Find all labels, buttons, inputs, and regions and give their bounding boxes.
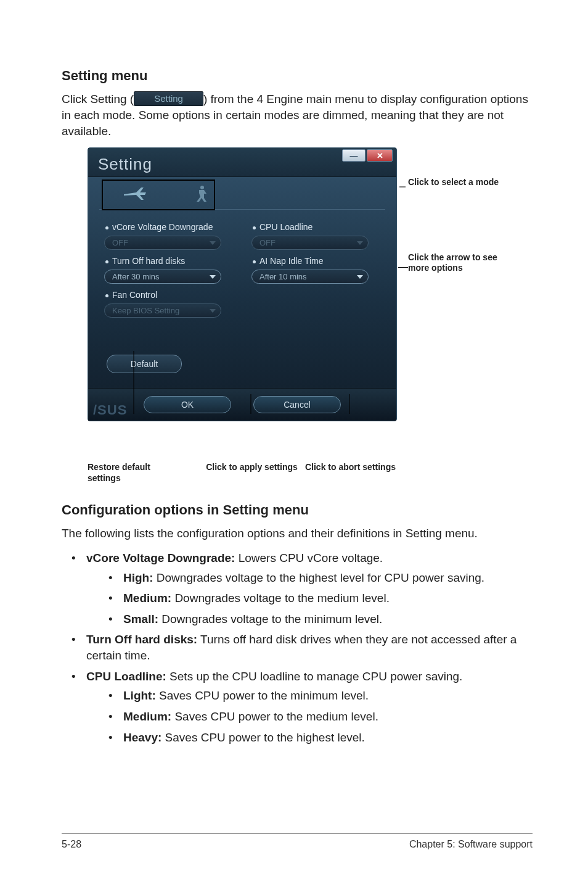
close-button[interactable]: ✕	[367, 149, 393, 162]
dropdown-vcore-value: OFF	[112, 238, 128, 247]
inline-setting-button[interactable]: Setting	[134, 91, 203, 106]
opt-high-d: Downgrades voltage to the highest level …	[153, 571, 485, 584]
label-nap: AI Nap Idle Time	[253, 256, 380, 266]
caption-apply: Click to apply settings	[206, 462, 298, 484]
heading-config-options: Configuration options in Setting menu	[62, 502, 533, 518]
dropdown-fan-value: Keep BIOS Setting	[112, 306, 179, 315]
dropdown-turnoff[interactable]: After 30 mins	[104, 270, 221, 284]
config-intro: The following lists the configuration op…	[62, 526, 533, 542]
opt-heavy-t: Heavy:	[123, 731, 161, 744]
opt-vcore-title: vCore Voltage Downgrade:	[86, 551, 235, 564]
opt-loadline-desc: Sets up the CPU loadline to manage CPU p…	[166, 670, 463, 683]
intro-paragraph: Click Setting (Setting) from the 4 Engin…	[62, 91, 533, 139]
dropdown-nap-value: After 10 mins	[259, 272, 307, 281]
setting-dialog: Setting — ✕	[88, 147, 397, 421]
list-item: Small: Downgrades voltage to the minimum…	[123, 611, 533, 627]
plane-icon	[123, 185, 147, 202]
chevron-down-icon	[210, 241, 216, 245]
opt-light-t: Light:	[123, 689, 156, 702]
list-item: Turn Off hard disks: Turns off hard disk…	[86, 632, 533, 663]
mode-energy-saving[interactable]	[114, 182, 156, 205]
label-loadline: CPU Loadline	[253, 222, 380, 232]
list-item: CPU Loadline: Sets up the CPU loadline t…	[86, 669, 533, 746]
opt-small-d: Downgrades voltage to the minimum level.	[158, 613, 382, 625]
opt-small-t: Small:	[123, 613, 158, 625]
run-icon	[193, 184, 210, 203]
caption-abort: Click to abort settings	[305, 462, 396, 484]
dropdown-loadline-value: OFF	[259, 238, 276, 247]
list-item: Light: Saves CPU power to the minimum le…	[123, 688, 533, 704]
close-icon: ✕	[377, 151, 383, 160]
footer-right: Chapter 5: Software support	[409, 839, 533, 850]
svg-point-0	[200, 186, 204, 189]
opt-lmed-t: Medium:	[123, 710, 171, 723]
dropdown-turnoff-value: After 30 mins	[112, 272, 160, 281]
footer-left: 5-28	[62, 839, 81, 850]
minimize-icon: —	[350, 151, 358, 160]
dropdown-fan[interactable]: Keep BIOS Setting	[104, 303, 221, 318]
minimize-button[interactable]: —	[342, 149, 365, 162]
list-item: Heavy: Saves CPU power to the highest le…	[123, 730, 533, 746]
caption-restore: Restore default settings	[88, 462, 180, 484]
label-fan: Fan Control	[105, 290, 233, 300]
label-vcore: vCore Voltage Downgrade	[105, 222, 233, 232]
opt-heavy-d: Saves CPU power to the highest level.	[161, 731, 365, 744]
page-footer: 5-28 Chapter 5: Software support	[62, 833, 533, 850]
dropdown-vcore[interactable]: OFF	[104, 236, 221, 250]
list-item: Medium: Saves CPU power to the medium le…	[123, 709, 533, 725]
default-button[interactable]: Default	[107, 355, 182, 373]
annotation-arrow: Click the arrow to see more options	[408, 252, 500, 273]
cancel-button[interactable]: Cancel	[253, 396, 341, 413]
opt-med-t: Medium:	[123, 592, 171, 604]
opt-light-d: Saves CPU power to the minimum level.	[156, 689, 369, 702]
mode-high-performance[interactable]	[181, 182, 223, 205]
chevron-down-icon	[357, 241, 363, 245]
opt-vcore-desc: Lowers CPU vCore voltage.	[235, 551, 383, 564]
intro-post: ) from the 4 Engine main menu to display	[203, 93, 417, 105]
mode-bar	[99, 177, 385, 210]
list-item: Medium: Downgrades voltage to the medium…	[123, 590, 533, 606]
dialog-titlebar: Setting — ✕	[88, 148, 396, 177]
chevron-down-icon	[210, 309, 216, 313]
options-list: vCore Voltage Downgrade: Lowers CPU vCor…	[62, 550, 533, 745]
dropdown-nap[interactable]: After 10 mins	[251, 270, 369, 284]
heading-setting-menu: Setting menu	[62, 68, 533, 84]
dropdown-loadline[interactable]: OFF	[251, 236, 369, 250]
chevron-down-icon	[210, 275, 216, 279]
opt-high-t: High:	[123, 571, 153, 584]
dialog-title: Setting	[98, 155, 152, 174]
ok-button[interactable]: OK	[144, 396, 231, 413]
intro-pre: Click Setting (	[62, 93, 134, 105]
chevron-down-icon	[357, 275, 363, 279]
opt-turnoff-title: Turn Off hard disks:	[86, 633, 197, 646]
opt-lmed-d: Saves CPU power to the medium level.	[171, 710, 378, 723]
brand-logo: /SUS	[93, 402, 127, 418]
list-item: High: Downgrades voltage to the highest …	[123, 570, 533, 586]
annotation-select-mode: Click to select a mode	[408, 177, 500, 188]
opt-med-d: Downgrades voltage to the medium level.	[171, 592, 390, 604]
label-turnoff: Turn Off hard disks	[105, 256, 233, 266]
list-item: vCore Voltage Downgrade: Lowers CPU vCor…	[86, 550, 533, 627]
opt-loadline-title: CPU Loadline:	[86, 670, 166, 683]
